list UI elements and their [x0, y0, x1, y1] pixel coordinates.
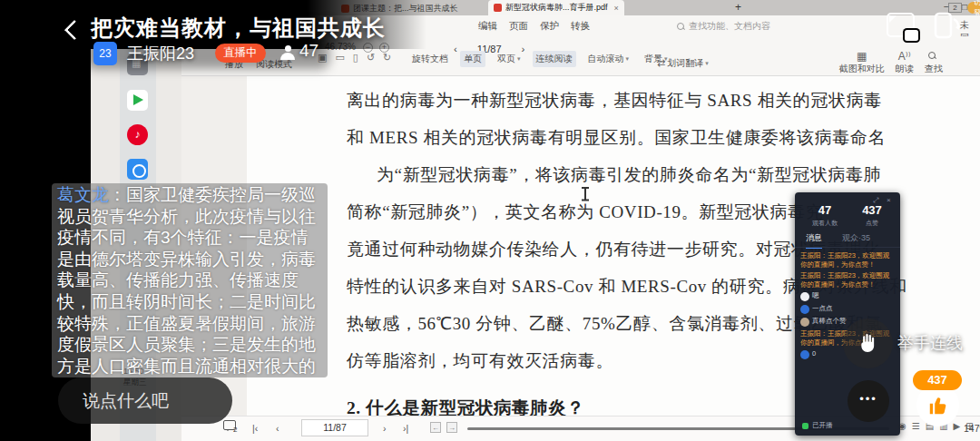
tab-pdf-active[interactable]: 新型冠状病毒肺...育手册.pdf ×: [488, 0, 624, 15]
tab-label: 新型冠状病毒肺...育手册.pdf: [505, 2, 608, 14]
prev-page-icon[interactable]: ‹: [276, 423, 279, 434]
viewer-count: 47: [799, 203, 851, 217]
toolbar-item-label: 双页: [497, 53, 515, 65]
first-page-icon[interactable]: |‹: [252, 423, 258, 434]
search-icon: [928, 52, 938, 62]
rotate-left-icon[interactable]: ↺: [367, 52, 375, 64]
pdf-text-line: 为“新型冠状病毒”，将该病毒引发的肺炎命名为“新型冠状病毒肺: [377, 156, 907, 193]
read-aloud-icon: A⁾⁾: [898, 51, 911, 62]
like-count-badge: 437: [913, 370, 962, 390]
app-icon-video[interactable]: [127, 90, 148, 111]
search-input[interactable]: 查找功能、文档内容: [677, 20, 770, 33]
avatar: [800, 292, 809, 301]
viewer-count-overlay: 47: [299, 41, 318, 61]
toolbar-item[interactable]: 旋转文档: [408, 51, 452, 67]
back-button[interactable]: [60, 16, 83, 44]
toolbar-mid-group: 旋转文档 单页 双页 ▾ 连续阅读: [408, 51, 671, 67]
toolbar-item-label: 截图和对比: [839, 63, 885, 75]
toolbar-item-label: 旋转文档: [412, 53, 448, 65]
chat-message: 嗯: [800, 291, 895, 301]
toolbar-item-label: 朗读: [896, 63, 914, 75]
play-icon[interactable]: ▶: [954, 421, 961, 431]
chat-message-text: 一点点: [812, 304, 833, 313]
toolbar-item[interactable]: 双页 ▾: [494, 51, 524, 67]
rotate-screen-icon[interactable]: [931, 10, 962, 41]
chat-message: 王振阳：王振阳23，欢迎围观你的直播间，为你点赞！: [800, 271, 895, 289]
more-options-button[interactable]: •••: [848, 380, 889, 422]
comment-count-badge: 2: [233, 426, 237, 434]
chat-message: 王振阳：王振阳23，欢迎围观你的直播间，为你点赞！: [800, 251, 895, 269]
viewer-person-icon: [280, 45, 295, 60]
raise-hand-label[interactable]: 举手连线: [897, 332, 963, 354]
avatar: [800, 318, 809, 327]
chat-message-text: 真棒点个赞: [812, 317, 847, 326]
like-count-label: 点赞: [846, 219, 898, 228]
crop-icon[interactable]: ▯: [353, 52, 358, 64]
next-page-icon[interactable]: ›: [383, 423, 387, 434]
raise-hand-button[interactable]: [843, 318, 893, 368]
viewer-count-label: 观看人数: [799, 219, 851, 228]
search-icon: [677, 23, 685, 31]
fit-page-icon[interactable]: ▭: [335, 52, 344, 64]
chat-input[interactable]: 说点什么吧: [58, 377, 232, 424]
toolbar-item-label: 自动滚动: [588, 53, 624, 65]
toolbar-item-find[interactable]: 查找: [925, 52, 943, 75]
tab-close-icon[interactable]: ×: [614, 4, 619, 13]
toolbar-item-translate[interactable]: ⇄ 划词翻译 ▾: [653, 55, 712, 72]
toolbar-item[interactable]: 单页: [460, 51, 485, 67]
avatar: [800, 350, 809, 359]
last-page-icon[interactable]: ›|: [403, 423, 408, 434]
streamer-name: 王振阳23: [127, 43, 194, 64]
statusbar-zoom-percent[interactable]: 147%: [964, 423, 980, 434]
like-button[interactable]: [916, 384, 959, 426]
chevron-down-icon: ▾: [517, 55, 521, 63]
toolbar-right-group: ⇄ 划词翻译 ▾ ▦ 截图和对比 A⁾⁾ 朗读 查找: [653, 51, 943, 75]
screen-share-icon[interactable]: [887, 13, 915, 37]
spread-view-icon[interactable]: ☰: [912, 421, 920, 431]
live-stream-screen: 稻壳 团课主题：把...与祖国共成长 新型冠状病毒肺...育手册.pdf × +…: [0, 0, 980, 441]
status-dot-icon: [802, 423, 808, 429]
thumbs-up-icon: [926, 394, 950, 417]
toolbar-item-label: 查找: [925, 63, 943, 75]
picture-icon: ▦: [857, 51, 867, 62]
comment-sender: 葛文龙: [57, 185, 109, 204]
menu-convert[interactable]: 转换: [571, 20, 590, 33]
chat-message: 一点点: [800, 304, 895, 314]
toolbar-item-screenshot[interactable]: ▦ 截图和对比: [839, 51, 885, 75]
chevron-down-icon: ▾: [626, 55, 630, 63]
app-icon-camera[interactable]: [127, 159, 148, 180]
new-tab-button[interactable]: +: [735, 1, 741, 14]
hand-icon: [856, 331, 880, 356]
divider: [795, 247, 900, 248]
streamer-badge: 23: [93, 42, 117, 65]
pdf-text-line: 离出的病毒为一种新型冠状病毒，基因特征与 SARS 相关的冠状病毒: [347, 82, 907, 119]
toolbar-item-label: 连续阅读: [536, 53, 573, 65]
menu-protect[interactable]: 保护: [540, 20, 559, 33]
pdf-icon: [494, 4, 502, 12]
avatar: [800, 305, 809, 314]
stream-status: 已开播: [802, 421, 833, 430]
comment-text: ：国家卫健委疾控局一级巡视员贺青华分析，此次疫情与以往疫情不同，有3个特征：一是…: [57, 185, 316, 377]
rotate-right-icon[interactable]: ↻: [383, 52, 391, 64]
toolbar-item-readaloud[interactable]: A⁾⁾ 朗读: [896, 51, 914, 75]
menu-edit[interactable]: 编辑: [478, 20, 497, 33]
live-title: 把灾难当教材，与祖国共成长: [91, 14, 386, 43]
app-icon-music[interactable]: ♪: [127, 124, 148, 145]
live-comment-overlay: 葛文龙：国家卫健委疾控局一级巡视员贺青华分析，此次疫情与以往疫情不同，有3个特征…: [52, 183, 328, 377]
stream-status-label: 已开播: [812, 421, 833, 430]
maximize-button[interactable]: □: [962, 2, 967, 12]
like-count: 437: [846, 203, 898, 217]
search-placeholder: 查找功能、文档内容: [689, 20, 770, 33]
toolbar-item-label: 划词翻译: [667, 57, 703, 70]
toolbar-item[interactable]: 连续阅读: [533, 51, 576, 67]
toolbar-item[interactable]: 自动滚动 ▾: [584, 51, 633, 67]
live-status-badge: 直播中: [215, 44, 266, 63]
forward-view-icon[interactable]: →: [446, 422, 457, 433]
back-view-icon[interactable]: ←: [430, 422, 441, 433]
chat-message-text: 王振阳：王振阳23，欢迎围观你的直播间，为你点赞！: [800, 271, 895, 289]
menu-page[interactable]: 页面: [509, 20, 528, 33]
guest-login-button[interactable]: 访客登录: [967, 2, 980, 14]
page-number-input[interactable]: 11/87: [301, 419, 368, 436]
chevron-down-icon: ▾: [705, 60, 709, 67]
text-cursor: [582, 187, 589, 201]
